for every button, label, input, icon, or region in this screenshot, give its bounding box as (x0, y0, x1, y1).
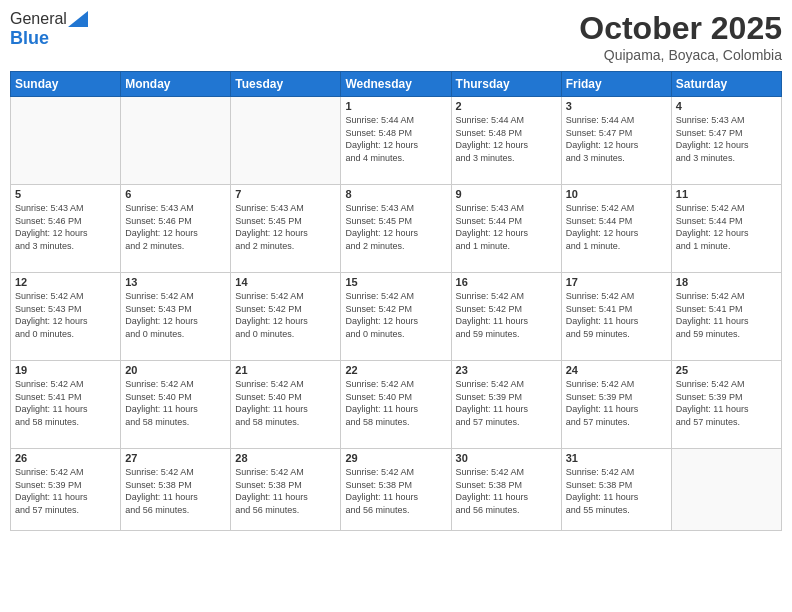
col-saturday: Saturday (671, 72, 781, 97)
location-subtitle: Quipama, Boyaca, Colombia (579, 47, 782, 63)
logo: General Blue (10, 10, 88, 49)
day-number: 26 (15, 452, 116, 464)
table-row: 5Sunrise: 5:43 AMSunset: 5:46 PMDaylight… (11, 185, 121, 273)
table-row: 19Sunrise: 5:42 AMSunset: 5:41 PMDayligh… (11, 361, 121, 449)
table-row: 1Sunrise: 5:44 AMSunset: 5:48 PMDaylight… (341, 97, 451, 185)
col-monday: Monday (121, 72, 231, 97)
day-info: Sunrise: 5:42 AMSunset: 5:38 PMDaylight:… (125, 466, 226, 516)
day-number: 2 (456, 100, 557, 112)
table-row: 22Sunrise: 5:42 AMSunset: 5:40 PMDayligh… (341, 361, 451, 449)
day-info: Sunrise: 5:43 AMSunset: 5:46 PMDaylight:… (15, 202, 116, 252)
day-number: 24 (566, 364, 667, 376)
day-info: Sunrise: 5:42 AMSunset: 5:41 PMDaylight:… (676, 290, 777, 340)
table-row: 23Sunrise: 5:42 AMSunset: 5:39 PMDayligh… (451, 361, 561, 449)
day-number: 20 (125, 364, 226, 376)
day-number: 14 (235, 276, 336, 288)
day-info: Sunrise: 5:43 AMSunset: 5:47 PMDaylight:… (676, 114, 777, 164)
day-info: Sunrise: 5:42 AMSunset: 5:42 PMDaylight:… (456, 290, 557, 340)
title-block: October 2025 Quipama, Boyaca, Colombia (579, 10, 782, 63)
table-row: 10Sunrise: 5:42 AMSunset: 5:44 PMDayligh… (561, 185, 671, 273)
table-row: 27Sunrise: 5:42 AMSunset: 5:38 PMDayligh… (121, 449, 231, 531)
calendar-week-row: 26Sunrise: 5:42 AMSunset: 5:39 PMDayligh… (11, 449, 782, 531)
calendar-header-row: Sunday Monday Tuesday Wednesday Thursday… (11, 72, 782, 97)
day-info: Sunrise: 5:44 AMSunset: 5:47 PMDaylight:… (566, 114, 667, 164)
day-number: 17 (566, 276, 667, 288)
table-row: 31Sunrise: 5:42 AMSunset: 5:38 PMDayligh… (561, 449, 671, 531)
table-row: 11Sunrise: 5:42 AMSunset: 5:44 PMDayligh… (671, 185, 781, 273)
col-wednesday: Wednesday (341, 72, 451, 97)
table-row: 6Sunrise: 5:43 AMSunset: 5:46 PMDaylight… (121, 185, 231, 273)
table-row: 9Sunrise: 5:43 AMSunset: 5:44 PMDaylight… (451, 185, 561, 273)
table-row: 14Sunrise: 5:42 AMSunset: 5:42 PMDayligh… (231, 273, 341, 361)
table-row: 21Sunrise: 5:42 AMSunset: 5:40 PMDayligh… (231, 361, 341, 449)
day-info: Sunrise: 5:44 AMSunset: 5:48 PMDaylight:… (456, 114, 557, 164)
day-number: 16 (456, 276, 557, 288)
day-info: Sunrise: 5:42 AMSunset: 5:41 PMDaylight:… (566, 290, 667, 340)
day-number: 8 (345, 188, 446, 200)
calendar-table: Sunday Monday Tuesday Wednesday Thursday… (10, 71, 782, 531)
day-info: Sunrise: 5:42 AMSunset: 5:43 PMDaylight:… (125, 290, 226, 340)
day-info: Sunrise: 5:44 AMSunset: 5:48 PMDaylight:… (345, 114, 446, 164)
day-info: Sunrise: 5:42 AMSunset: 5:40 PMDaylight:… (125, 378, 226, 428)
day-info: Sunrise: 5:42 AMSunset: 5:42 PMDaylight:… (235, 290, 336, 340)
day-info: Sunrise: 5:42 AMSunset: 5:38 PMDaylight:… (566, 466, 667, 516)
day-info: Sunrise: 5:42 AMSunset: 5:39 PMDaylight:… (456, 378, 557, 428)
day-info: Sunrise: 5:42 AMSunset: 5:44 PMDaylight:… (676, 202, 777, 252)
table-row: 29Sunrise: 5:42 AMSunset: 5:38 PMDayligh… (341, 449, 451, 531)
table-row: 26Sunrise: 5:42 AMSunset: 5:39 PMDayligh… (11, 449, 121, 531)
table-row: 28Sunrise: 5:42 AMSunset: 5:38 PMDayligh… (231, 449, 341, 531)
table-row: 4Sunrise: 5:43 AMSunset: 5:47 PMDaylight… (671, 97, 781, 185)
svg-marker-0 (68, 11, 88, 27)
day-number: 30 (456, 452, 557, 464)
table-row: 18Sunrise: 5:42 AMSunset: 5:41 PMDayligh… (671, 273, 781, 361)
col-friday: Friday (561, 72, 671, 97)
day-number: 31 (566, 452, 667, 464)
day-info: Sunrise: 5:42 AMSunset: 5:41 PMDaylight:… (15, 378, 116, 428)
table-row: 8Sunrise: 5:43 AMSunset: 5:45 PMDaylight… (341, 185, 451, 273)
day-info: Sunrise: 5:42 AMSunset: 5:40 PMDaylight:… (235, 378, 336, 428)
table-row (231, 97, 341, 185)
page: General Blue October 2025 Quipama, Boyac… (0, 0, 792, 612)
header: General Blue October 2025 Quipama, Boyac… (10, 10, 782, 63)
table-row: 20Sunrise: 5:42 AMSunset: 5:40 PMDayligh… (121, 361, 231, 449)
table-row: 7Sunrise: 5:43 AMSunset: 5:45 PMDaylight… (231, 185, 341, 273)
table-row: 25Sunrise: 5:42 AMSunset: 5:39 PMDayligh… (671, 361, 781, 449)
day-info: Sunrise: 5:43 AMSunset: 5:45 PMDaylight:… (235, 202, 336, 252)
day-number: 13 (125, 276, 226, 288)
day-number: 23 (456, 364, 557, 376)
table-row (121, 97, 231, 185)
day-info: Sunrise: 5:42 AMSunset: 5:43 PMDaylight:… (15, 290, 116, 340)
logo-general-text: General (10, 10, 67, 28)
col-thursday: Thursday (451, 72, 561, 97)
day-number: 18 (676, 276, 777, 288)
table-row: 13Sunrise: 5:42 AMSunset: 5:43 PMDayligh… (121, 273, 231, 361)
table-row (671, 449, 781, 531)
calendar-week-row: 12Sunrise: 5:42 AMSunset: 5:43 PMDayligh… (11, 273, 782, 361)
day-info: Sunrise: 5:42 AMSunset: 5:38 PMDaylight:… (345, 466, 446, 516)
day-number: 29 (345, 452, 446, 464)
day-number: 7 (235, 188, 336, 200)
day-number: 1 (345, 100, 446, 112)
day-info: Sunrise: 5:42 AMSunset: 5:39 PMDaylight:… (676, 378, 777, 428)
table-row: 24Sunrise: 5:42 AMSunset: 5:39 PMDayligh… (561, 361, 671, 449)
day-number: 5 (15, 188, 116, 200)
day-info: Sunrise: 5:42 AMSunset: 5:39 PMDaylight:… (566, 378, 667, 428)
table-row: 15Sunrise: 5:42 AMSunset: 5:42 PMDayligh… (341, 273, 451, 361)
day-number: 6 (125, 188, 226, 200)
day-number: 11 (676, 188, 777, 200)
logo-blue-text: Blue (10, 28, 49, 48)
calendar-week-row: 1Sunrise: 5:44 AMSunset: 5:48 PMDaylight… (11, 97, 782, 185)
day-number: 21 (235, 364, 336, 376)
day-number: 25 (676, 364, 777, 376)
day-info: Sunrise: 5:42 AMSunset: 5:44 PMDaylight:… (566, 202, 667, 252)
col-tuesday: Tuesday (231, 72, 341, 97)
day-info: Sunrise: 5:43 AMSunset: 5:44 PMDaylight:… (456, 202, 557, 252)
table-row: 2Sunrise: 5:44 AMSunset: 5:48 PMDaylight… (451, 97, 561, 185)
day-info: Sunrise: 5:42 AMSunset: 5:38 PMDaylight:… (456, 466, 557, 516)
table-row: 3Sunrise: 5:44 AMSunset: 5:47 PMDaylight… (561, 97, 671, 185)
table-row (11, 97, 121, 185)
calendar-week-row: 5Sunrise: 5:43 AMSunset: 5:46 PMDaylight… (11, 185, 782, 273)
day-info: Sunrise: 5:43 AMSunset: 5:45 PMDaylight:… (345, 202, 446, 252)
day-info: Sunrise: 5:42 AMSunset: 5:39 PMDaylight:… (15, 466, 116, 516)
col-sunday: Sunday (11, 72, 121, 97)
